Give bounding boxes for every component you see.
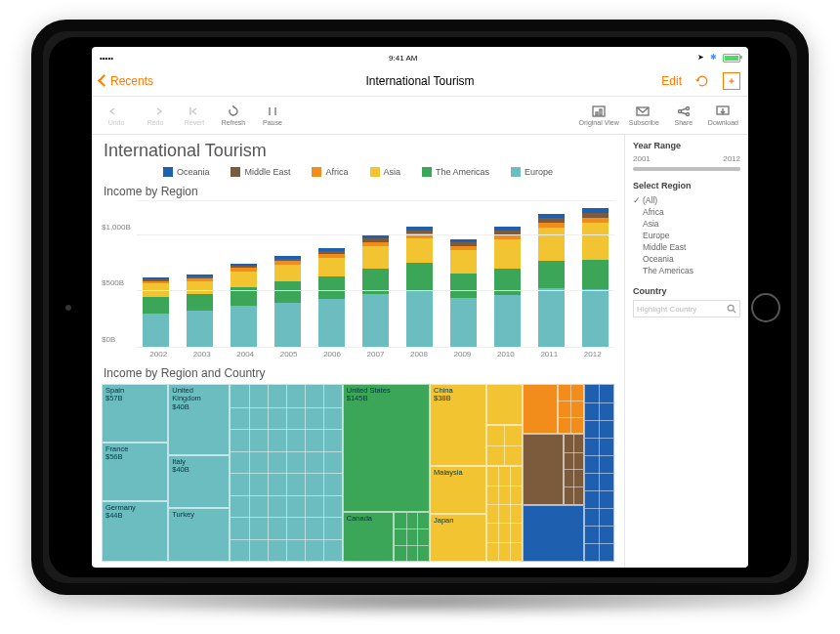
- treemap-tile[interactable]: Turkey: [168, 508, 230, 562]
- treemap-tile[interactable]: China$38B: [430, 384, 486, 466]
- treemap-tile[interactable]: France$56B: [102, 443, 168, 501]
- bar-column[interactable]: [269, 256, 307, 348]
- treemap-tile[interactable]: [558, 384, 583, 434]
- redo-button[interactable]: Redo: [141, 106, 170, 126]
- legend-item[interactable]: Oceania: [163, 167, 210, 177]
- carrier-dots: •••••: [100, 54, 113, 63]
- treemap-tile[interactable]: [523, 505, 584, 562]
- treemap[interactable]: Spain$57BFrance$56BGermany$44BUnitedKing…: [102, 384, 614, 562]
- home-button[interactable]: [751, 293, 780, 322]
- treemap-tile[interactable]: [486, 425, 523, 466]
- region-option[interactable]: Middle East: [633, 241, 740, 253]
- bar-segment: [582, 260, 609, 289]
- bar-column[interactable]: [137, 277, 175, 348]
- bar-column[interactable]: [400, 227, 439, 348]
- legend-label: The Americas: [436, 167, 489, 177]
- revert-button[interactable]: Revert: [180, 106, 209, 126]
- bar-column[interactable]: [444, 239, 483, 348]
- reload-button[interactable]: [693, 72, 711, 90]
- treemap-tile[interactable]: Canada: [343, 512, 395, 562]
- country-search-input[interactable]: Highlight Country: [633, 300, 740, 317]
- treemap-tile[interactable]: Spain$57B: [102, 384, 168, 443]
- bar-segment: [406, 263, 433, 290]
- treemap-tile[interactable]: [486, 384, 523, 425]
- legend-swatch-icon: [511, 167, 521, 177]
- bar-chart[interactable]: $0B$500B$1,000B: [137, 200, 614, 348]
- bar-segment: [538, 288, 565, 348]
- treemap-tile-label: Canada: [347, 515, 391, 523]
- bar-column[interactable]: [181, 275, 219, 348]
- region-option[interactable]: Europe: [633, 230, 740, 241]
- treemap-tile[interactable]: [584, 384, 615, 562]
- legend-label: Oceania: [177, 167, 210, 177]
- treemap-tile[interactable]: [394, 512, 430, 562]
- treemap-tile[interactable]: [564, 434, 584, 505]
- legend-item[interactable]: Asia: [370, 167, 401, 177]
- bar-segment: [538, 228, 565, 262]
- x-tick-label: 2005: [267, 348, 310, 359]
- bar-segment: [494, 239, 521, 269]
- bar-column[interactable]: [488, 227, 526, 348]
- treemap-tile[interactable]: Germany$44B: [102, 501, 168, 562]
- bar-segment: [406, 238, 433, 263]
- x-tick-label: 2008: [398, 348, 441, 359]
- bar-segment: [538, 261, 565, 288]
- screen: ••••• 9:41 AM ➤ ✱ Recents International …: [92, 47, 748, 568]
- treemap-tile-label: Turkey: [172, 511, 226, 519]
- pause-button[interactable]: Pause: [258, 106, 287, 126]
- treemap-tile[interactable]: [523, 384, 559, 434]
- bar-segment: [143, 314, 169, 348]
- year-range-from: 2001: [633, 154, 651, 163]
- legend-label: Middle East: [244, 167, 290, 177]
- download-button[interactable]: Download: [708, 106, 738, 126]
- legend-swatch-icon: [370, 167, 380, 177]
- bar-segment: [231, 272, 257, 287]
- treemap-tile[interactable]: Malaysia: [430, 466, 486, 514]
- toolbar: Undo Redo Revert Refresh Pause Original …: [92, 97, 748, 135]
- original-view-button[interactable]: Original View: [579, 106, 619, 126]
- treemap-tile[interactable]: UnitedKingdom$40B: [168, 384, 230, 455]
- legend-label: Europe: [525, 167, 553, 177]
- legend-item[interactable]: The Americas: [422, 167, 489, 177]
- bar-segment: [450, 274, 477, 297]
- region-option[interactable]: (All): [633, 194, 740, 206]
- legend-item[interactable]: Middle East: [231, 167, 290, 177]
- back-button[interactable]: Recents: [100, 74, 153, 88]
- country-search-placeholder: Highlight Country: [637, 305, 696, 314]
- x-tick-label: 2003: [180, 348, 223, 359]
- legend-item[interactable]: Europe: [511, 167, 553, 177]
- legend-swatch-icon: [231, 167, 240, 177]
- bar-column[interactable]: [225, 264, 263, 348]
- region-option[interactable]: The Americas: [633, 265, 740, 276]
- treemap-tile[interactable]: [523, 434, 564, 505]
- legend-swatch-icon: [163, 167, 173, 177]
- year-range-slider[interactable]: [633, 167, 740, 171]
- bar-column[interactable]: [576, 208, 614, 348]
- treemap-tile[interactable]: United States$145B: [343, 384, 430, 512]
- region-option[interactable]: Africa: [633, 206, 740, 218]
- region-option[interactable]: Oceania: [633, 253, 740, 265]
- bar-segment: [318, 258, 345, 277]
- ios-status-bar: ••••• 9:41 AM ➤ ✱: [92, 47, 748, 66]
- bar-column[interactable]: [357, 235, 395, 348]
- edit-button[interactable]: Edit: [661, 74, 682, 88]
- undo-button[interactable]: Undo: [102, 106, 131, 126]
- treemap-tile[interactable]: [230, 384, 343, 562]
- bookmark-button[interactable]: [723, 72, 740, 90]
- region-option[interactable]: Asia: [633, 218, 740, 230]
- bar-segment: [318, 276, 345, 299]
- legend-swatch-icon: [312, 167, 321, 177]
- treemap-tile[interactable]: Japan: [430, 514, 486, 562]
- subscribe-button[interactable]: Subscribe: [629, 106, 659, 126]
- treemap-tile-label: Spain$57B: [105, 387, 164, 403]
- refresh-button[interactable]: Refresh: [219, 106, 248, 126]
- bar-column[interactable]: [313, 248, 351, 348]
- treemap-tile[interactable]: Italy$40B: [168, 455, 230, 509]
- chart2-title: Income by Region and Country: [104, 366, 614, 380]
- bar-segment: [274, 281, 301, 303]
- share-button[interactable]: Share: [669, 106, 698, 126]
- treemap-tile-label: Malaysia: [434, 469, 483, 477]
- treemap-tile[interactable]: [486, 466, 523, 562]
- legend-item[interactable]: Africa: [312, 167, 348, 177]
- x-tick-label: 2011: [527, 348, 570, 359]
